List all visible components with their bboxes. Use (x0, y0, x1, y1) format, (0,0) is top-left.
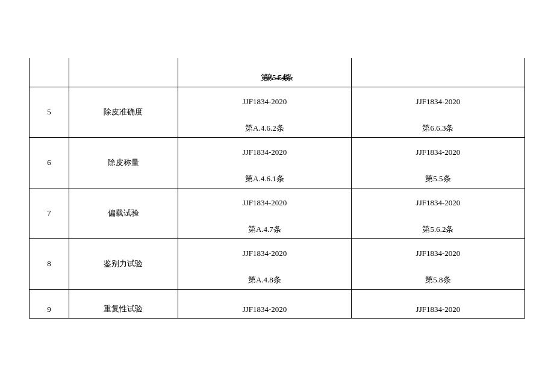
cell-text: JJF1834-2020 (178, 249, 351, 258)
row-number: 7 (47, 208, 51, 217)
cell-name: 鉴别力试验 (69, 238, 178, 289)
item-name: 重复性试验 (69, 303, 178, 314)
table-container: 第A·4.4条 第5.5条 5 除皮准确度 JJF1834-2020 第A.4.… (0, 58, 554, 319)
table-row: 8 鉴别力试验 JJF1834-2020 第A.4.8条 JJF1834-202… (30, 238, 525, 289)
cell-text: JJF1834-2020 (352, 148, 524, 157)
cell-name: 偏载试验 (69, 188, 178, 238)
cell-text: 第5.8条 (352, 275, 524, 285)
cell-col3: JJF1834-2020 第A.4.6.1条 (178, 137, 351, 188)
cell-col4: JJF1834-2020 第6.6.3条 (351, 87, 524, 137)
cell-num: 7 (30, 188, 69, 238)
cell-name: 除皮称量 (69, 137, 178, 188)
cell-col4: 第5.5条 (351, 58, 524, 87)
row-number: 8 (47, 259, 51, 268)
cell-col4: JJF1834-2020 第5.5条 (351, 137, 524, 188)
cell-text: 第5.5条 (30, 72, 525, 83)
cell-text: 第A.4.6.1条 (178, 173, 351, 184)
item-name: 偏载试验 (108, 208, 139, 217)
cell-col4: JJF1834-2020 (351, 289, 524, 318)
cell-num: 5 (30, 87, 69, 137)
row-number: 9 (30, 305, 69, 314)
table-row: 第A·4.4条 第5.5条 (30, 58, 525, 87)
item-name: 除皮称量 (108, 158, 139, 167)
cell-name: 重复性试验 (69, 289, 178, 318)
cell-num: 8 (30, 238, 69, 289)
cell-text: JJF1834-2020 (352, 249, 524, 258)
cell-text: 第A.4.7条 (178, 224, 351, 235)
cell-text: 第5.5条 (352, 173, 524, 184)
cell-col3: JJF1834-2020 (178, 289, 351, 318)
table-row: 7 偏载试验 JJF1834-2020 第A.4.7条 JJF1834-2020… (30, 188, 525, 238)
data-table: 第A·4.4条 第5.5条 5 除皮准确度 JJF1834-2020 第A.4.… (29, 58, 525, 319)
table-row: 5 除皮准确度 JJF1834-2020 第A.4.6.2条 JJF1834-2… (30, 87, 525, 137)
cell-text: 第5.6.2条 (352, 224, 524, 235)
cell-text: 第A.4.6.2条 (178, 123, 351, 134)
cell-text: JJF1834-2020 (352, 97, 524, 107)
cell-col4: JJF1834-2020 第5.6.2条 (351, 188, 524, 238)
cell-text: JJF1834-2020 (178, 148, 351, 157)
item-name: 除皮准确度 (104, 107, 143, 116)
cell-text: JJF1834-2020 (352, 198, 524, 208)
cell-num: 6 (30, 137, 69, 188)
cell-col3: JJF1834-2020 第A.4.8条 (178, 238, 351, 289)
table-row: 9 重复性试验 JJF1834-2020 JJF1834-2020 (30, 289, 525, 318)
cell-col3: JJF1834-2020 第A.4.6.2条 (178, 87, 351, 137)
cell-text: JJF1834-2020 (178, 198, 351, 208)
cell-col3: JJF1834-2020 第A.4.7条 (178, 188, 351, 238)
cell-text: 第6.6.3条 (352, 123, 524, 134)
row-number: 5 (47, 107, 51, 116)
table-row: 6 除皮称量 JJF1834-2020 第A.4.6.1条 JJF1834-20… (30, 137, 525, 188)
row-number: 6 (47, 158, 51, 167)
cell-col4: JJF1834-2020 第5.8条 (351, 238, 524, 289)
cell-text: JJF1834-2020 (352, 305, 524, 314)
item-name: 鉴别力试验 (104, 259, 143, 268)
cell-name: 除皮准确度 (69, 87, 178, 137)
cell-text: JJF1834-2020 (178, 305, 351, 314)
cell-text: 第A.4.8条 (178, 275, 351, 285)
cell-num: 9 (30, 289, 69, 318)
cell-text: JJF1834-2020 (178, 97, 351, 107)
